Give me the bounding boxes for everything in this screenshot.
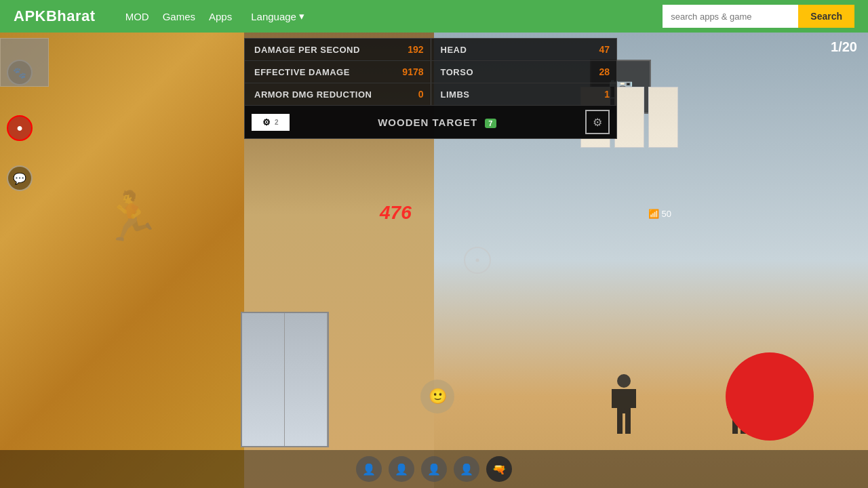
stat-row-effective: EFFECTIVE DAMAGE 9178 TORSO 28 <box>245 61 616 83</box>
svg-rect-5 <box>625 413 631 434</box>
search-input[interactable] <box>663 5 798 28</box>
stat-row-armor: ARMOR DMG REDUCTION 0 LIMBS 1 <box>245 83 616 106</box>
target-num: 7 <box>485 119 496 128</box>
enemy-1 <box>610 373 637 434</box>
elevator-left-door <box>242 313 285 446</box>
elevator-doors <box>241 312 329 447</box>
settings-icon-btn[interactable]: ⚙ <box>585 110 610 134</box>
bottom-icon-3[interactable]: 👤 <box>421 456 447 482</box>
gear-icon: ⚙ <box>262 117 271 127</box>
stats-panel: DAMAGE PER SECOND 192 HEAD 47 EFFECTIVE … <box>244 38 617 139</box>
stat-label-effective: EFFECTIVE DAMAGE <box>245 63 383 81</box>
hud-counter: 1/20 <box>831 39 857 55</box>
wifi-value: 50 <box>662 209 671 219</box>
nav-games[interactable]: Games <box>163 11 195 22</box>
red-dot-icon[interactable]: ● <box>7 115 33 141</box>
wall-figure-icon: 🏃 <box>102 188 161 244</box>
stat-value-armor: 0 <box>383 85 431 104</box>
game-area: 🏃 🐾 ● 💬 📷 <box>0 33 868 488</box>
wifi-badge: 📶 50 <box>648 209 671 219</box>
nav-apps[interactable]: Apps <box>209 11 232 22</box>
svg-rect-2 <box>612 389 617 408</box>
svg-rect-4 <box>617 413 623 434</box>
joystick-button[interactable]: 🙂 <box>420 380 454 413</box>
stat-value-head: 47 <box>569 40 616 59</box>
bottom-icon-gun[interactable]: 🔫 <box>486 456 512 482</box>
svg-rect-1 <box>617 389 631 413</box>
stat-label-torso: TORSO <box>431 63 570 81</box>
bottom-icon-4[interactable]: 👤 <box>454 456 479 482</box>
stat-value-effective: 9178 <box>383 62 431 81</box>
target-settings-btn[interactable]: ⚙ 2 <box>252 114 290 131</box>
target-board-2 <box>614 87 644 148</box>
logo-bharat: Bharat <box>46 7 96 24</box>
target-label: WOODEN TARGET 7 <box>296 117 578 128</box>
fire-button[interactable] <box>726 352 814 441</box>
stat-label-limbs: LIMBS <box>431 85 570 104</box>
bottom-icons-bar: 👤 👤 👤 👤 🔫 <box>0 450 868 488</box>
stat-value-limbs: 1 <box>569 85 616 104</box>
stat-value-dps: 192 <box>383 40 431 59</box>
wifi-icon: 📶 <box>648 209 659 219</box>
language-button[interactable]: Language ▾ <box>251 10 304 22</box>
stat-value-torso: 28 <box>569 62 616 81</box>
stat-label-dps: DAMAGE PER SECOND <box>245 41 383 59</box>
logo-apk: APK <box>14 7 46 24</box>
bottom-icon-1[interactable]: 👤 <box>356 456 382 482</box>
nav-links: MOD Games Apps <box>125 11 233 22</box>
search-button[interactable]: Search <box>798 5 854 28</box>
wood-wall: 🏃 🐾 ● 💬 <box>0 33 244 488</box>
svg-point-0 <box>617 374 631 388</box>
chevron-down-icon: ▾ <box>299 10 304 22</box>
svg-rect-3 <box>631 389 636 408</box>
bottom-icon-2[interactable]: 👤 <box>389 456 414 482</box>
target-board-3 <box>648 87 678 148</box>
nav-mod[interactable]: MOD <box>125 11 149 22</box>
search-container: Search <box>663 5 854 28</box>
elevator-right-door <box>285 313 328 446</box>
language-label: Language <box>251 11 296 22</box>
navbar: APKBharat MOD Games Apps Language ▾ Sear… <box>0 0 868 33</box>
settings-icon: ⚙ <box>593 116 602 129</box>
stat-label-armor: ARMOR DMG REDUCTION <box>245 85 383 104</box>
crosshair <box>464 247 491 274</box>
chat-icon[interactable]: 💬 <box>7 165 33 191</box>
mini-map <box>0 38 49 87</box>
site-logo[interactable]: APKBharat <box>14 7 96 25</box>
stat-row-dps: DAMAGE PER SECOND 192 HEAD 47 <box>245 39 616 61</box>
stat-label-head: HEAD <box>431 41 570 59</box>
damage-number: 476 <box>380 202 412 224</box>
